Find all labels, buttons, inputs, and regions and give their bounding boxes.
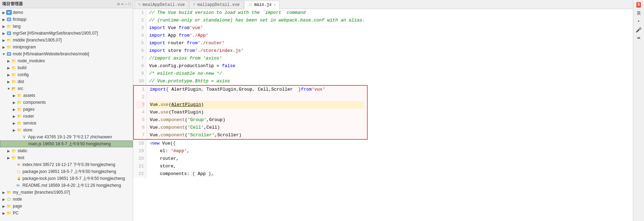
label-middle: middle [branches/1905.07]	[13, 38, 133, 43]
tab-mallappdetail[interactable]: V mallappDetail.vue	[189, 0, 243, 9]
editor-area: V mealAppDetail.vue V mallappDetail.vue …	[133, 0, 633, 221]
arrow-router: ▶	[12, 114, 17, 118]
arrow-packagelockjson	[11, 177, 16, 181]
arrow-mymaster: ▶	[1, 191, 6, 194]
tab-close-mainjs[interactable]: ✕	[274, 3, 276, 7]
tree-item-packagejson[interactable]: { } package.json 19651 18-5-7 上午9:50 hon…	[0, 168, 133, 175]
code-line-2: // (runtime-only or standalone) has been…	[149, 17, 365, 24]
icon-store: 📁	[17, 128, 22, 132]
code-line-9: /* eslint-disable no-new */	[149, 70, 365, 77]
tree-item-packagelockjson[interactable]: 🔒 package-lock.json 19651 18-5-7 上午9:50 …	[0, 175, 133, 182]
tree-item-firstapp[interactable]: ▶ W firstapp	[0, 16, 133, 23]
arrow-packagejson	[11, 170, 16, 174]
tree-item-readmemd[interactable]: M↓ README.md 18569 18-4-20 上午11:26 hongj…	[0, 182, 133, 189]
icon-packagejson: { }	[16, 169, 21, 174]
tree-item-pages[interactable]: ▶ 📁 pages	[0, 106, 133, 113]
lang-icon-btn[interactable]: 英	[635, 10, 643, 17]
sidebar-icon-2[interactable]: ✕	[121, 2, 123, 6]
tree-item-static[interactable]: ▶ 📁 static	[0, 147, 133, 154]
arrow-dist: ▶	[6, 80, 11, 84]
tree-item-router[interactable]: ▶ 📁 router	[0, 113, 133, 120]
icon-readmemd: M↓	[16, 183, 21, 188]
code-line-h7: Vue.component('Scroller',Scroller)	[150, 131, 364, 139]
tree-item-build[interactable]: ▶ 📁 build	[0, 64, 133, 71]
tab-label-mallappdetail: mallappDetail.vue	[197, 2, 239, 7]
tree-item-mymaster[interactable]: ▶ 📁 my_master [branches/1905.07]	[0, 189, 133, 196]
sidebar-icon-4[interactable]: □	[128, 2, 131, 6]
icon-pages: 📁	[17, 107, 22, 112]
dot-icon-btn[interactable]: •	[635, 18, 643, 25]
label-node-modules: node_modules	[18, 58, 133, 63]
tree-item-mobi[interactable]: ▼ W mobi [H5/reabamWebsite/branches/mobi…	[0, 50, 133, 57]
tree-item-appvue[interactable]: V App.vue 43765 19-1-29 下午2:17 zhichaowe…	[0, 133, 133, 140]
arrow-middle: ▶	[1, 38, 6, 42]
arrow-page: ▶	[1, 204, 6, 208]
tab-icon-mainjs: JS	[248, 3, 252, 7]
code-line-1: // The Vue build version to load with th…	[149, 9, 365, 17]
tab-icon-mallappdetail: V	[193, 3, 195, 7]
tree-item-indexhtml[interactable]: H index.html 39572 18-12-17 下午5:39 hongj…	[0, 161, 133, 168]
icon-miniprogram: 📁	[6, 45, 12, 49]
dot-label: •	[637, 19, 640, 24]
icon-mobi: W	[6, 52, 12, 56]
tree-item-node-modules[interactable]: ▶ 📁 node_modules	[0, 57, 133, 64]
tree-item-miniprogram[interactable]: ▶ 📁 miniprogram	[0, 44, 133, 50]
sogou-logo: S	[636, 2, 641, 8]
editor-content[interactable]: 1 2 3 4 5 6 7 8 9 10 // The Vue bu	[133, 9, 633, 221]
code-area: 1 2 3 4 5 6 7 8 9 10 // The Vue bu	[133, 9, 633, 221]
tab-icon-mealappdetail: V	[138, 3, 140, 7]
tab-mainjs[interactable]: JS main.js ✕	[244, 1, 279, 9]
arrow-node-modules: ▶	[6, 59, 11, 63]
icon-components: 📁	[17, 100, 22, 105]
arrow-firstapp: ▶	[1, 18, 6, 21]
label-build: build	[18, 65, 133, 70]
icon-appvue: V	[21, 135, 27, 139]
tab-mealappdetail[interactable]: V mealAppDetail.vue	[135, 0, 188, 9]
label-assets: assets	[23, 93, 133, 98]
code-line-h1: import { AlertPlugin, ToastPlugin,Group,…	[150, 86, 364, 93]
tree-item-assets[interactable]: ▶ 📁 assets	[0, 92, 133, 99]
keyboard-icon-btn[interactable]: ⌨	[635, 35, 643, 42]
tree-item-mgrSet[interactable]: ▶ W mgrSet [H5/reabamMgrSet/branches/190…	[0, 30, 133, 37]
label-packagelockjson: package-lock.json 19651 18-5-7 上午9:50 ho…	[22, 176, 133, 182]
label-packagejson: package.json 19651 18-5-7 上午9:50 hongjie…	[22, 169, 133, 175]
tree-item-node[interactable]: ▶ ⬡ node	[0, 196, 133, 203]
tree-item-config[interactable]: ▶ 📁 config	[0, 71, 133, 78]
code-lines-normal: // The Vue build version to load with th…	[146, 9, 368, 85]
tree-item-demo[interactable]: ▶ W demo	[0, 9, 133, 16]
arrow-pc: ▶	[1, 211, 6, 215]
tree-item-pc[interactable]: ▶ 📁 PC	[0, 210, 133, 217]
normal-lines-block: 1 2 3 4 5 6 7 8 9 10 // The Vue bu	[133, 9, 368, 221]
arrow-node: ▶	[1, 197, 6, 201]
arrow-mgrSet: ▶	[1, 31, 6, 35]
arrow-static: ▶	[6, 149, 11, 153]
tree-item-lang[interactable]: ▶ 📁 lang	[0, 23, 133, 30]
file-tree: ▶ W demo ▶ W firstapp ▶ 📁 lang ▶ W mgrSe…	[0, 8, 133, 221]
tree-item-service[interactable]: ▶ 📁 service	[0, 120, 133, 127]
arrow-config: ▶	[6, 73, 11, 77]
label-config: config	[18, 72, 133, 77]
mic-icon-btn[interactable]: 🎤	[635, 26, 643, 33]
label-test: test	[18, 155, 133, 160]
mic-icon: 🎤	[636, 27, 642, 33]
sidebar-icon-3[interactable]: —	[125, 2, 127, 6]
label-pc: PC	[13, 211, 133, 215]
tree-item-src[interactable]: ▼ 📂 src	[0, 85, 133, 92]
sogou-icon-btn[interactable]: S	[635, 1, 643, 8]
tree-item-store[interactable]: ▶ 📁 store	[0, 127, 133, 133]
tree-item-middle[interactable]: ▶ 📁 middle [branches/1905.07]	[0, 37, 133, 44]
label-miniprogram: miniprogram	[13, 45, 133, 49]
label-demo: demo	[13, 10, 133, 15]
tree-item-mainjs[interactable]: JS main.js 19650 18-5-7 上午9:50 hongjiezh…	[0, 140, 133, 147]
tree-item-test[interactable]: ▶ 📁 test	[0, 154, 133, 161]
tree-item-dist[interactable]: ▶ 📁 dist	[0, 78, 133, 85]
icon-pc: 📁	[6, 211, 12, 215]
arrow-lang: ▶	[1, 25, 6, 28]
label-lang: lang	[13, 24, 133, 29]
label-indexhtml: index.html 39572 18-12-17 下午5:39 hongjie…	[22, 162, 133, 168]
sidebar-icon-1[interactable]: ⊡	[118, 2, 120, 6]
tree-item-components[interactable]: ▶ 📁 components	[0, 99, 133, 106]
code-line-h3: Vue.use(AlertPlugin)	[150, 101, 364, 109]
tree-item-page[interactable]: ▶ 📁 page	[0, 203, 133, 210]
code-line-h4: Vue.use(ToastPlugin)	[150, 109, 364, 116]
